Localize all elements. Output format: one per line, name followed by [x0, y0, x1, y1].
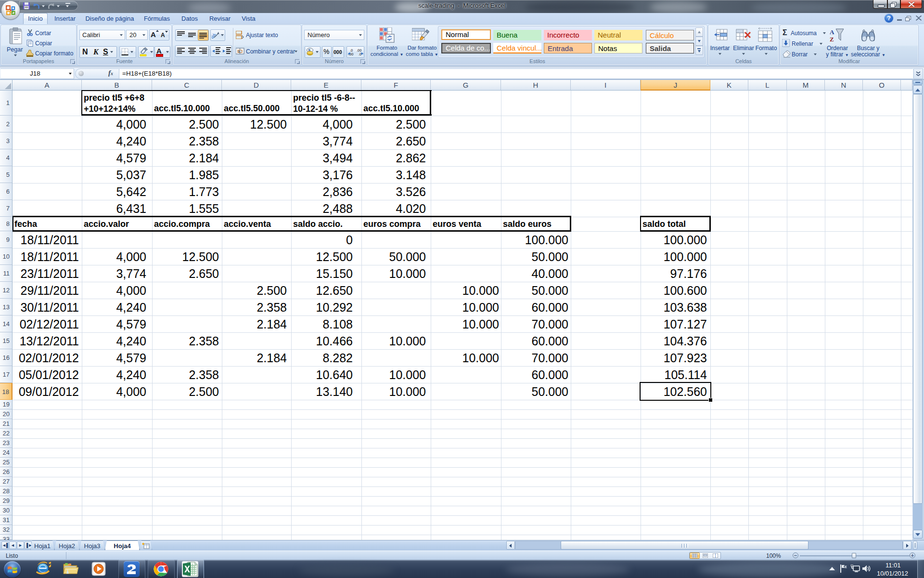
svg-text:A: A	[830, 28, 834, 36]
svg-text:a: a	[238, 50, 240, 53]
svg-text:Z: Z	[830, 36, 834, 43]
svg-text:.0: .0	[359, 52, 361, 56]
